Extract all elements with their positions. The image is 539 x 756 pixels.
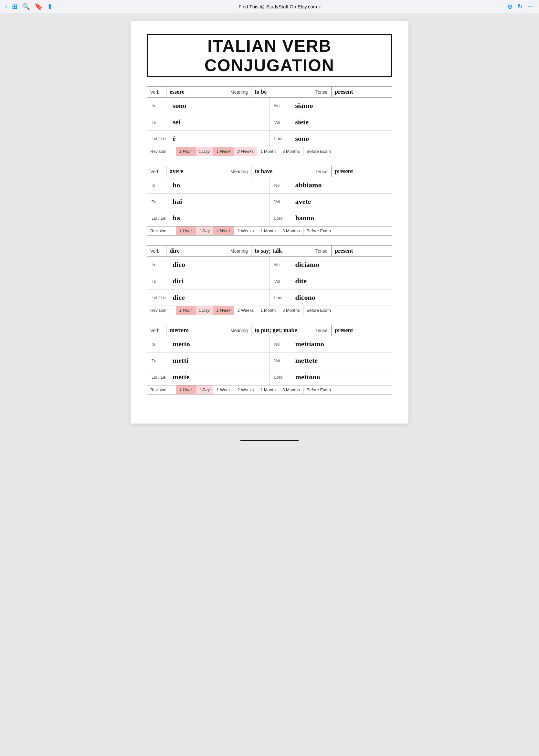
revision-cell[interactable]: 1 Hour <box>176 147 195 156</box>
revision-cell[interactable]: 1 Week <box>213 147 234 156</box>
conj-cell-left: Tu dici <box>147 273 270 289</box>
refresh-button[interactable]: ↻ <box>517 3 523 10</box>
revision-cell[interactable]: 2 Weeks <box>234 306 257 315</box>
grid-button[interactable]: ⊞ <box>12 3 18 10</box>
revision-cell[interactable]: 1 Week <box>213 385 234 394</box>
table-row: Lui / Lei mette Loro mettono <box>147 369 392 385</box>
conj-cell-right: Noi siamo <box>270 98 392 114</box>
tense-label: Tense <box>312 325 332 336</box>
form: metto <box>173 340 190 348</box>
pronoun: Lui / Lei <box>152 295 169 300</box>
revision-cell[interactable]: 1 Day <box>195 385 213 394</box>
form: dico <box>173 261 185 269</box>
conj-cell-left: Tu metti <box>147 352 270 369</box>
pronoun: Lui / Lei <box>152 216 169 221</box>
bookmark-button[interactable]: 🔖 <box>35 3 43 10</box>
conj-cell-left: Io sono <box>147 98 270 114</box>
revision-cell[interactable]: 1 Day <box>195 306 213 315</box>
pronoun: Loro <box>274 295 292 300</box>
form: mettete <box>295 356 318 365</box>
pronoun: Noi <box>274 262 292 267</box>
revision-cell[interactable]: 2 Weeks <box>234 385 257 394</box>
revision-cell[interactable]: 1 Month <box>257 385 279 394</box>
revision-cell[interactable]: 3 Months <box>279 226 303 235</box>
browser-bar: ‹ ⊞ 🔍 🔖 ⬆ Find This @ StudyStuff On Etsy… <box>0 0 539 13</box>
pronoun: Io <box>152 104 169 108</box>
verb-header-dire: Verb dire Meaning to say; talk Tense pre… <box>147 245 392 257</box>
conj-cell-left: Tu hai <box>147 193 270 210</box>
revision-cell[interactable]: 1 Month <box>257 147 279 156</box>
meaning-label: Meaning <box>227 166 251 177</box>
pronoun: Lui / Lei <box>152 136 169 141</box>
revision-cell[interactable]: 1 Month <box>257 306 279 315</box>
revision-cell[interactable]: Before Exam <box>303 147 334 156</box>
table-row: Io metto Noi mettiamo <box>147 336 392 352</box>
verb-blocks-container: Verb essere Meaning to be Tense present … <box>147 86 392 395</box>
pronoun: Voi <box>274 120 292 125</box>
more-button[interactable]: ⋯ <box>527 3 534 10</box>
revision-cell[interactable]: Before Exam <box>303 226 334 235</box>
form: ha <box>173 214 180 222</box>
share-button[interactable]: ⬆ <box>47 3 53 10</box>
revision-cell[interactable]: 1 Hour <box>176 385 195 394</box>
pronoun: Voi <box>274 199 292 204</box>
table-row: Io ho Noi abbiamo <box>147 177 392 193</box>
verb-name-essere: essere <box>166 87 227 97</box>
verb-label: Verb <box>147 246 166 256</box>
revision-cell[interactable]: 2 Weeks <box>234 147 257 156</box>
back-button[interactable]: ‹ <box>5 3 7 10</box>
revision-cell[interactable]: 1 Hour <box>176 306 195 315</box>
page-title: ITALIAN VERB CONJUGATION <box>147 34 392 77</box>
conj-grid-mettere: Io metto Noi mettiamo Tu metti Voi mette… <box>147 336 392 385</box>
pronoun: Io <box>152 183 169 188</box>
revision-cell[interactable]: Before Exam <box>303 385 334 394</box>
revision-label: Revision <box>147 226 176 235</box>
table-row: Lui / Lei è Loro sono <box>147 130 392 147</box>
conj-cell-right: Noi abbiamo <box>270 177 392 193</box>
table-row: Lui / Lei ha Loro hanno <box>147 210 392 226</box>
form: dice <box>173 293 185 302</box>
revision-cell[interactable]: 1 Day <box>195 147 213 156</box>
conj-cell-left: Tu sei <box>147 114 270 130</box>
revision-row-avere: Revision1 Hour1 Day1 Week2 Weeks1 Month3… <box>147 226 392 236</box>
pronoun: Tu <box>152 358 169 363</box>
revision-cell[interactable]: 3 Months <box>279 147 303 156</box>
form: diciamo <box>295 261 320 269</box>
revision-cell[interactable]: 3 Months <box>279 385 303 394</box>
pronoun: Noi <box>274 183 292 188</box>
revision-cell[interactable]: 1 Month <box>257 226 279 235</box>
conj-cell-left: Lui / Lei è <box>147 130 270 147</box>
revision-cell[interactable]: 2 Weeks <box>234 226 257 235</box>
pronoun: Lui / Lei <box>152 375 169 380</box>
conj-cell-right: Voi mettete <box>270 352 392 369</box>
meaning-label: Meaning <box>227 246 251 256</box>
home-indicator <box>240 440 299 441</box>
form: metti <box>173 356 189 365</box>
revision-label: Revision <box>147 147 176 156</box>
pronoun: Loro <box>274 375 292 380</box>
revision-cell[interactable]: 3 Months <box>279 306 303 315</box>
revision-row-dire: Revision1 Hour1 Day1 Week2 Weeks1 Month3… <box>147 306 392 315</box>
revision-cell[interactable]: 1 Day <box>195 226 213 235</box>
pronoun: Voi <box>274 358 292 363</box>
verb-label: Verb <box>147 166 166 177</box>
revision-cell[interactable]: 1 Hour <box>176 226 195 235</box>
verb-meaning-avere: to have <box>251 166 312 177</box>
revision-cell[interactable]: Before Exam <box>303 306 334 315</box>
meaning-label: Meaning <box>227 325 251 336</box>
conj-cell-left: Io metto <box>147 336 270 352</box>
verb-tense-avere: present <box>332 166 392 177</box>
form: mettono <box>295 373 320 381</box>
verb-meaning-essere: to be <box>251 87 312 97</box>
verb-tense-dire: present <box>332 246 392 256</box>
pronoun: Io <box>152 342 169 347</box>
page-wrapper: ITALIAN VERB CONJUGATION Verb essere Mea… <box>130 21 409 423</box>
revision-label: Revision <box>147 306 176 315</box>
conj-cell-right: Voi avete <box>270 193 392 210</box>
verb-header-essere: Verb essere Meaning to be Tense present <box>147 86 392 98</box>
revision-cell[interactable]: 1 Week <box>213 226 234 235</box>
pronoun: Tu <box>152 199 169 204</box>
add-button[interactable]: ⊕ <box>507 3 513 10</box>
search-button[interactable]: 🔍 <box>22 3 30 10</box>
revision-cell[interactable]: 1 Week <box>213 306 234 315</box>
